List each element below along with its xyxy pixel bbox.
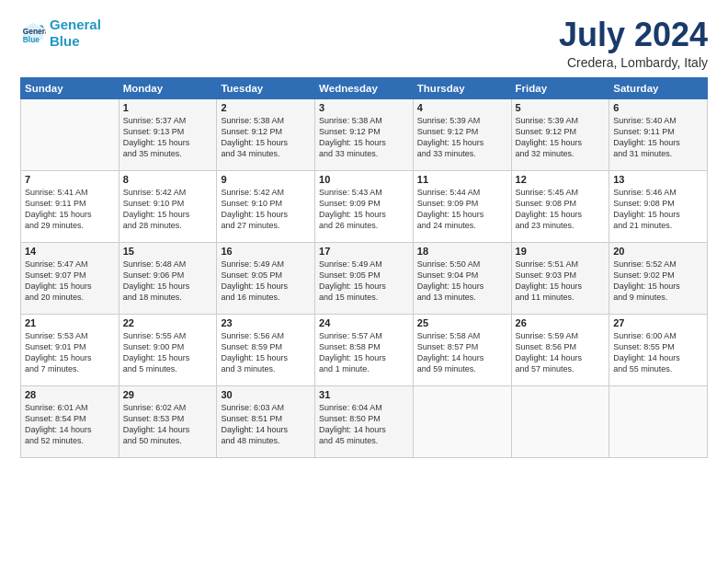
day-number: 3 (319, 102, 409, 113)
col-header-sunday: Sunday (21, 77, 119, 98)
day-number: 22 (123, 317, 213, 328)
logo-icon: General Blue (20, 20, 46, 46)
day-number: 2 (221, 102, 311, 113)
day-info: Sunrise: 5:58 AM Sunset: 8:57 PM Dayligh… (417, 330, 507, 375)
day-cell: 20Sunrise: 5:52 AM Sunset: 9:02 PM Dayli… (609, 242, 708, 314)
day-info: Sunrise: 5:55 AM Sunset: 9:00 PM Dayligh… (123, 330, 213, 375)
day-info: Sunrise: 6:02 AM Sunset: 8:53 PM Dayligh… (123, 402, 213, 447)
week-row-5: 28Sunrise: 6:01 AM Sunset: 8:54 PM Dayli… (21, 385, 708, 457)
day-info: Sunrise: 5:57 AM Sunset: 8:58 PM Dayligh… (319, 330, 409, 375)
day-number: 31 (319, 389, 409, 400)
day-cell: 11Sunrise: 5:44 AM Sunset: 9:09 PM Dayli… (413, 170, 511, 242)
day-number: 5 (516, 102, 606, 113)
day-cell: 19Sunrise: 5:51 AM Sunset: 9:03 PM Dayli… (511, 242, 609, 314)
day-number: 14 (25, 246, 115, 257)
day-info: Sunrise: 6:01 AM Sunset: 8:54 PM Dayligh… (25, 402, 115, 447)
day-cell: 15Sunrise: 5:48 AM Sunset: 9:06 PM Dayli… (119, 242, 217, 314)
col-header-tuesday: Tuesday (217, 77, 315, 98)
day-info: Sunrise: 5:53 AM Sunset: 9:01 PM Dayligh… (25, 330, 115, 375)
day-number: 28 (25, 389, 115, 400)
day-number: 21 (25, 317, 115, 328)
location: Credera, Lombardy, Italy (559, 55, 708, 70)
day-info: Sunrise: 5:49 AM Sunset: 9:05 PM Dayligh… (319, 259, 409, 304)
day-cell: 27Sunrise: 6:00 AM Sunset: 8:55 PM Dayli… (609, 314, 708, 385)
week-row-3: 14Sunrise: 5:47 AM Sunset: 9:07 PM Dayli… (21, 242, 708, 314)
day-cell: 17Sunrise: 5:49 AM Sunset: 9:05 PM Dayli… (315, 242, 414, 314)
day-info: Sunrise: 5:38 AM Sunset: 9:12 PM Dayligh… (221, 115, 311, 160)
day-info: Sunrise: 5:51 AM Sunset: 9:03 PM Dayligh… (516, 259, 606, 304)
day-number: 23 (221, 317, 311, 328)
day-cell: 24Sunrise: 5:57 AM Sunset: 8:58 PM Dayli… (315, 314, 414, 385)
day-cell: 31Sunrise: 6:04 AM Sunset: 8:50 PM Dayli… (315, 385, 414, 457)
day-number: 30 (221, 389, 311, 400)
day-number: 16 (221, 246, 311, 257)
day-cell: 23Sunrise: 5:56 AM Sunset: 8:59 PM Dayli… (217, 314, 315, 385)
week-row-4: 21Sunrise: 5:53 AM Sunset: 9:01 PM Dayli… (21, 314, 708, 385)
day-number: 17 (319, 246, 409, 257)
day-number: 4 (417, 102, 507, 113)
day-number: 12 (516, 174, 606, 185)
day-info: Sunrise: 5:40 AM Sunset: 9:11 PM Dayligh… (613, 115, 703, 160)
day-info: Sunrise: 5:52 AM Sunset: 9:02 PM Dayligh… (613, 259, 703, 304)
day-info: Sunrise: 5:59 AM Sunset: 8:56 PM Dayligh… (516, 330, 606, 375)
day-info: Sunrise: 5:44 AM Sunset: 9:09 PM Dayligh… (417, 187, 507, 232)
col-header-monday: Monday (119, 77, 217, 98)
day-cell: 16Sunrise: 5:49 AM Sunset: 9:05 PM Dayli… (217, 242, 315, 314)
day-cell: 18Sunrise: 5:50 AM Sunset: 9:04 PM Dayli… (413, 242, 511, 314)
day-number: 24 (319, 317, 409, 328)
day-number: 8 (123, 174, 213, 185)
day-cell: 26Sunrise: 5:59 AM Sunset: 8:56 PM Dayli… (511, 314, 609, 385)
day-info: Sunrise: 5:49 AM Sunset: 9:05 PM Dayligh… (221, 259, 311, 304)
page: General Blue General Blue July 2024 Cred… (0, 0, 728, 563)
day-info: Sunrise: 5:48 AM Sunset: 9:06 PM Dayligh… (123, 259, 213, 304)
logo-blue: Blue (50, 33, 80, 49)
day-cell: 13Sunrise: 5:46 AM Sunset: 9:08 PM Dayli… (609, 170, 708, 242)
day-number: 15 (123, 246, 213, 257)
day-cell: 14Sunrise: 5:47 AM Sunset: 9:07 PM Dayli… (21, 242, 119, 314)
day-number: 27 (613, 317, 703, 328)
day-cell (511, 385, 609, 457)
day-cell: 3Sunrise: 5:38 AM Sunset: 9:12 PM Daylig… (315, 98, 414, 170)
day-info: Sunrise: 5:39 AM Sunset: 9:12 PM Dayligh… (417, 115, 507, 160)
day-cell: 28Sunrise: 6:01 AM Sunset: 8:54 PM Dayli… (21, 385, 119, 457)
day-number: 7 (25, 174, 115, 185)
day-cell: 5Sunrise: 5:39 AM Sunset: 9:12 PM Daylig… (511, 98, 609, 170)
day-cell (609, 385, 708, 457)
month-title: July 2024 (559, 17, 708, 53)
day-cell: 6Sunrise: 5:40 AM Sunset: 9:11 PM Daylig… (609, 98, 708, 170)
day-cell: 25Sunrise: 5:58 AM Sunset: 8:57 PM Dayli… (413, 314, 511, 385)
day-number: 10 (319, 174, 409, 185)
day-number: 11 (417, 174, 507, 185)
day-cell: 1Sunrise: 5:37 AM Sunset: 9:13 PM Daylig… (119, 98, 217, 170)
title-block: July 2024 Credera, Lombardy, Italy (559, 17, 708, 70)
week-row-1: 1Sunrise: 5:37 AM Sunset: 9:13 PM Daylig… (21, 98, 708, 170)
col-header-thursday: Thursday (413, 77, 511, 98)
calendar-table: SundayMondayTuesdayWednesdayThursdayFrid… (20, 77, 708, 458)
day-number: 19 (516, 246, 606, 257)
header: General Blue General Blue July 2024 Cred… (20, 17, 708, 70)
day-cell: 22Sunrise: 5:55 AM Sunset: 9:00 PM Dayli… (119, 314, 217, 385)
col-header-wednesday: Wednesday (315, 77, 414, 98)
day-cell: 21Sunrise: 5:53 AM Sunset: 9:01 PM Dayli… (21, 314, 119, 385)
day-number: 13 (613, 174, 703, 185)
day-number: 20 (613, 246, 703, 257)
day-cell (21, 98, 119, 170)
day-info: Sunrise: 5:37 AM Sunset: 9:13 PM Dayligh… (123, 115, 213, 160)
day-info: Sunrise: 5:50 AM Sunset: 9:04 PM Dayligh… (417, 259, 507, 304)
day-cell: 4Sunrise: 5:39 AM Sunset: 9:12 PM Daylig… (413, 98, 511, 170)
logo-text: General Blue (50, 17, 101, 50)
day-info: Sunrise: 5:47 AM Sunset: 9:07 PM Dayligh… (25, 259, 115, 304)
day-number: 26 (516, 317, 606, 328)
day-number: 18 (417, 246, 507, 257)
day-cell: 8Sunrise: 5:42 AM Sunset: 9:10 PM Daylig… (119, 170, 217, 242)
day-number: 25 (417, 317, 507, 328)
header-row: SundayMondayTuesdayWednesdayThursdayFrid… (21, 77, 708, 98)
day-number: 29 (123, 389, 213, 400)
svg-text:Blue: Blue (23, 35, 40, 44)
day-info: Sunrise: 5:42 AM Sunset: 9:10 PM Dayligh… (123, 187, 213, 232)
day-cell: 30Sunrise: 6:03 AM Sunset: 8:51 PM Dayli… (217, 385, 315, 457)
day-info: Sunrise: 5:43 AM Sunset: 9:09 PM Dayligh… (319, 187, 409, 232)
day-info: Sunrise: 5:56 AM Sunset: 8:59 PM Dayligh… (221, 330, 311, 375)
day-cell: 10Sunrise: 5:43 AM Sunset: 9:09 PM Dayli… (315, 170, 414, 242)
day-cell: 9Sunrise: 5:42 AM Sunset: 9:10 PM Daylig… (217, 170, 315, 242)
